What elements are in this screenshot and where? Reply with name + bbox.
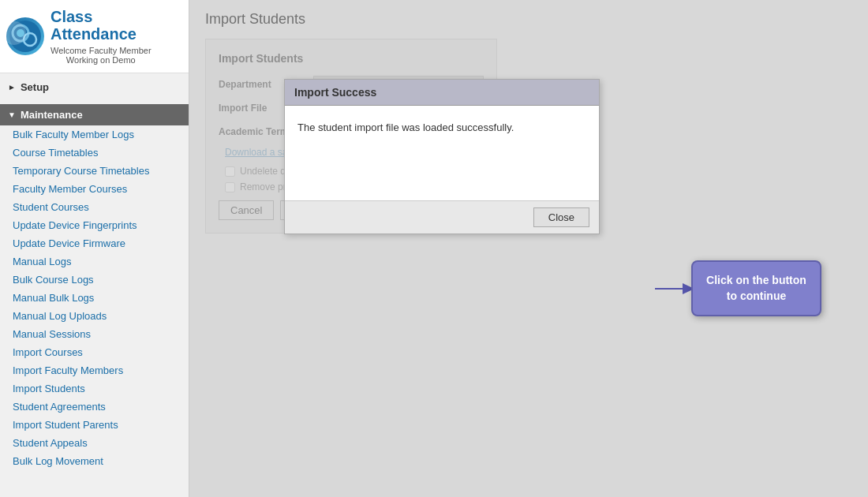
sidebar-item-manual-logs[interactable]: Manual Logs bbox=[0, 252, 189, 271]
maintenance-label: Maintenance bbox=[21, 109, 83, 121]
maintenance-arrow-icon: ▼ bbox=[8, 110, 16, 119]
svg-point-2 bbox=[17, 29, 24, 37]
sidebar-item-student-courses[interactable]: Student Courses bbox=[0, 198, 189, 216]
sidebar-item-temp-course-timetables[interactable]: Temporary Course Timetables bbox=[0, 162, 189, 180]
sidebar-item-student-appeals[interactable]: Student Appeals bbox=[0, 434, 189, 452]
sidebar-header: Class Attendance Welcome Faculty Member … bbox=[0, 0, 189, 73]
sidebar-item-import-courses[interactable]: Import Courses bbox=[0, 343, 189, 361]
modal-body: The student import file was loaded succe… bbox=[285, 106, 599, 200]
working-on: Working on Demo bbox=[66, 55, 136, 65]
sidebar-item-update-device-firmware[interactable]: Update Device Firmware bbox=[0, 234, 189, 252]
modal-footer: Close bbox=[285, 200, 599, 234]
title-line1: Class bbox=[51, 8, 92, 25]
sidebar-item-faculty-courses[interactable]: Faculty Member Courses bbox=[0, 180, 189, 198]
app-title: Class Attendance Welcome Faculty Member … bbox=[51, 8, 152, 65]
tooltip-text: Click on the button to continue bbox=[706, 274, 806, 302]
import-success-modal: Import Success The student import file w… bbox=[284, 79, 600, 234]
welcome-text: Welcome Faculty Member Working on Demo bbox=[51, 46, 152, 65]
sidebar-item-bulk-faculty-member-logs[interactable]: Bulk Faculty Member Logs bbox=[0, 125, 189, 144]
tooltip-box: Click on the button to continue bbox=[691, 260, 821, 316]
sidebar: Class Attendance Welcome Faculty Member … bbox=[0, 0, 189, 497]
setup-arrow-icon: ► bbox=[8, 83, 16, 92]
sidebar-item-import-student-parents[interactable]: Import Student Parents bbox=[0, 416, 189, 434]
sidebar-item-course-timetables[interactable]: Course Timetables bbox=[0, 144, 189, 162]
welcome-member: Welcome Faculty Member bbox=[51, 46, 152, 55]
sidebar-item-update-device-fingerprints[interactable]: Update Device Fingerprints bbox=[0, 216, 189, 234]
sidebar-item-import-faculty-members[interactable]: Import Faculty Members bbox=[0, 361, 189, 379]
close-button[interactable]: Close bbox=[533, 207, 589, 227]
sidebar-item-import-students[interactable]: Import Students bbox=[0, 379, 189, 398]
app-logo bbox=[6, 17, 44, 55]
title-line2: Attendance bbox=[51, 25, 137, 43]
tooltip-pointer-icon bbox=[655, 273, 694, 305]
sidebar-item-manual-bulk-logs[interactable]: Manual Bulk Logs bbox=[0, 289, 189, 307]
maintenance-header[interactable]: ▼ Maintenance bbox=[0, 104, 189, 125]
setup-label: Setup bbox=[21, 81, 49, 93]
tooltip-container: Click on the button to continue bbox=[655, 260, 821, 316]
modal-overlay: Import Success The student import file w… bbox=[189, 0, 868, 497]
setup-header[interactable]: ► Setup bbox=[0, 77, 189, 98]
sidebar-item-bulk-log-movement[interactable]: Bulk Log Movement bbox=[0, 452, 189, 470]
setup-section: ► Setup bbox=[0, 73, 189, 101]
sidebar-item-student-agreements[interactable]: Student Agreements bbox=[0, 398, 189, 416]
modal-header: Import Success bbox=[285, 80, 599, 106]
sidebar-nav: ► Setup ▼ Maintenance Bulk Faculty Membe… bbox=[0, 73, 189, 497]
sidebar-item-bulk-course-logs[interactable]: Bulk Course Logs bbox=[0, 271, 189, 289]
app-title-text: Class Attendance bbox=[51, 8, 152, 43]
maintenance-section: ▼ Maintenance Bulk Faculty Member Logs C… bbox=[0, 101, 189, 473]
main-content: Import Students Import Students Departme… bbox=[189, 0, 868, 497]
sidebar-item-manual-log-uploads[interactable]: Manual Log Uploads bbox=[0, 307, 189, 325]
sidebar-item-manual-sessions[interactable]: Manual Sessions bbox=[0, 325, 189, 343]
